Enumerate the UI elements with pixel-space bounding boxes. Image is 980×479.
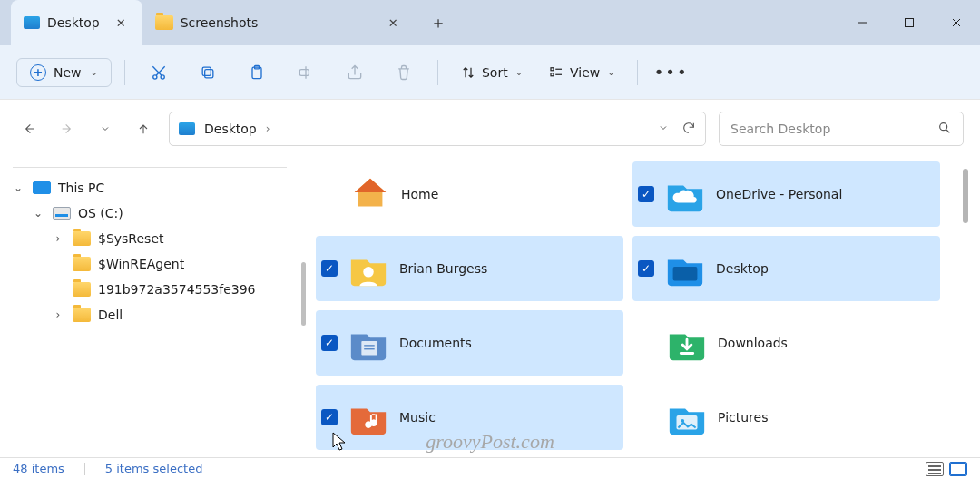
checkbox-checked-icon[interactable]: ✓	[638, 260, 654, 277]
title-bar: Desktop ✕ Screenshots ✕ ＋	[0, 0, 980, 45]
item-downloads[interactable]: Downloads	[632, 310, 940, 376]
tree-label: Dell	[98, 308, 122, 322]
rename-button[interactable]	[285, 54, 327, 91]
view-button[interactable]: View ⌄	[539, 59, 624, 86]
svg-rect-6	[205, 69, 213, 77]
tree-node-winreagent[interactable]: $WinREAgent	[0, 251, 299, 277]
checkbox-checked-icon[interactable]: ✓	[321, 260, 338, 277]
svg-rect-12	[551, 73, 554, 75]
cut-button[interactable]	[138, 54, 180, 91]
svg-rect-1	[906, 19, 914, 27]
tree-node-sysreset[interactable]: › $SysReset	[0, 226, 299, 251]
paste-button[interactable]	[236, 54, 278, 91]
close-button[interactable]	[933, 0, 980, 45]
chevron-right-icon[interactable]: ›	[266, 122, 270, 135]
checkbox-checked-icon[interactable]: ✓	[321, 409, 338, 425]
forward-button[interactable]	[54, 116, 80, 142]
tree-node-this-pc[interactable]: ⌄ This PC	[0, 175, 299, 200]
svg-rect-17	[361, 341, 377, 355]
chevron-right-icon[interactable]: ›	[51, 232, 65, 245]
main-area: ⌄ This PC ⌄ OS (C:) › $SysReset $WinREAg…	[0, 158, 980, 457]
svg-point-15	[940, 122, 947, 130]
tab-label: Screenshots	[181, 15, 259, 30]
cursor-icon	[332, 432, 347, 452]
separator	[84, 463, 85, 475]
tab-desktop[interactable]: Desktop ✕	[11, 0, 142, 45]
item-onedrive[interactable]: ✓ OneDrive - Personal	[632, 161, 940, 227]
pictures-folder-icon	[665, 396, 709, 439]
chevron-down-icon[interactable]: ⌄	[11, 181, 25, 194]
item-label: Downloads	[718, 336, 931, 350]
chevron-down-icon[interactable]: ⌄	[31, 207, 45, 220]
separator	[437, 60, 438, 85]
search-input[interactable]	[730, 122, 937, 136]
breadcrumb[interactable]: Desktop	[204, 122, 257, 136]
splitter-thumb-icon	[301, 262, 306, 326]
copy-button[interactable]	[187, 54, 229, 91]
splitter[interactable]	[299, 158, 307, 457]
tree-label: $WinREAgent	[98, 257, 184, 271]
content-pane[interactable]: Home ✓ Brian Burgess ✓ Documents ✓	[307, 158, 980, 457]
new-button[interactable]: + New ⌄	[16, 58, 112, 87]
up-button[interactable]	[131, 116, 156, 142]
checkbox-checked-icon[interactable]: ✓	[638, 186, 654, 202]
delete-button[interactable]	[383, 54, 425, 91]
svg-rect-7	[202, 67, 211, 75]
nav-tree[interactable]: ⌄ This PC ⌄ OS (C:) › $SysReset $WinREAg…	[0, 158, 299, 457]
chevron-right-icon[interactable]: ›	[51, 308, 65, 321]
address-dropdown[interactable]	[658, 122, 669, 136]
separator	[13, 167, 287, 168]
onedrive-folder-icon	[663, 172, 707, 216]
item-documents[interactable]: ✓ Documents	[316, 310, 623, 376]
svg-rect-10	[299, 69, 309, 75]
item-pictures[interactable]: Pictures	[632, 385, 940, 450]
folder-icon	[155, 15, 173, 30]
selected-count: 5 items selected	[105, 462, 203, 475]
sort-button[interactable]: Sort ⌄	[451, 59, 532, 86]
tree-node-os-c[interactable]: ⌄ OS (C:)	[0, 200, 299, 226]
item-desktop[interactable]: ✓ Desktop	[632, 236, 940, 301]
separator	[637, 60, 638, 85]
scrollbar-thumb[interactable]	[963, 169, 968, 223]
content-scrollbar[interactable]	[949, 161, 971, 457]
item-brian-burgess[interactable]: ✓ Brian Burgess	[316, 236, 623, 301]
toolbar: + New ⌄ Sort ⌄ View ⌄ •••	[0, 45, 980, 100]
maximize-button[interactable]	[886, 0, 933, 45]
search-box[interactable]	[719, 112, 964, 146]
desktop-folder-large-icon	[663, 247, 707, 290]
folder-icon	[73, 257, 91, 271]
folder-icon	[73, 282, 91, 297]
tab-label: Desktop	[47, 15, 100, 30]
sort-label: Sort	[482, 65, 508, 80]
folder-icon	[73, 231, 91, 246]
new-tab-button[interactable]: ＋	[422, 6, 455, 39]
drive-icon	[53, 207, 71, 220]
tree-node-191b[interactable]: 191b972a3574553fe396	[0, 277, 299, 302]
recent-locations-button[interactable]	[93, 116, 118, 142]
tree-node-dell[interactable]: › Dell	[0, 302, 299, 327]
desktop-folder-icon	[179, 122, 195, 135]
home-icon	[348, 172, 392, 216]
close-icon[interactable]: ✕	[385, 13, 402, 34]
item-music[interactable]: ✓ Music	[316, 385, 623, 450]
svg-point-5	[161, 74, 164, 78]
content-column: ✓ OneDrive - Personal ✓ Desktop Download…	[632, 161, 940, 457]
svg-rect-11	[551, 67, 554, 70]
music-folder-icon	[347, 396, 390, 439]
icons-view-button[interactable]	[949, 462, 967, 476]
content-column: Home ✓ Brian Burgess ✓ Documents ✓	[316, 161, 623, 457]
item-home[interactable]: Home	[316, 161, 623, 227]
checkbox-checked-icon[interactable]: ✓	[321, 335, 338, 351]
close-icon[interactable]: ✕	[113, 13, 130, 34]
details-view-button[interactable]	[926, 462, 944, 476]
item-label: Pictures	[718, 410, 931, 425]
back-button[interactable]	[16, 116, 42, 142]
more-icon: •••	[654, 63, 689, 82]
more-button[interactable]: •••	[651, 54, 692, 91]
refresh-button[interactable]	[681, 121, 696, 138]
tab-screenshots[interactable]: Screenshots ✕	[142, 0, 415, 45]
minimize-button[interactable]	[838, 0, 886, 45]
share-button[interactable]	[334, 54, 376, 91]
svg-point-16	[363, 267, 374, 278]
address-bar[interactable]: Desktop ›	[169, 112, 706, 146]
